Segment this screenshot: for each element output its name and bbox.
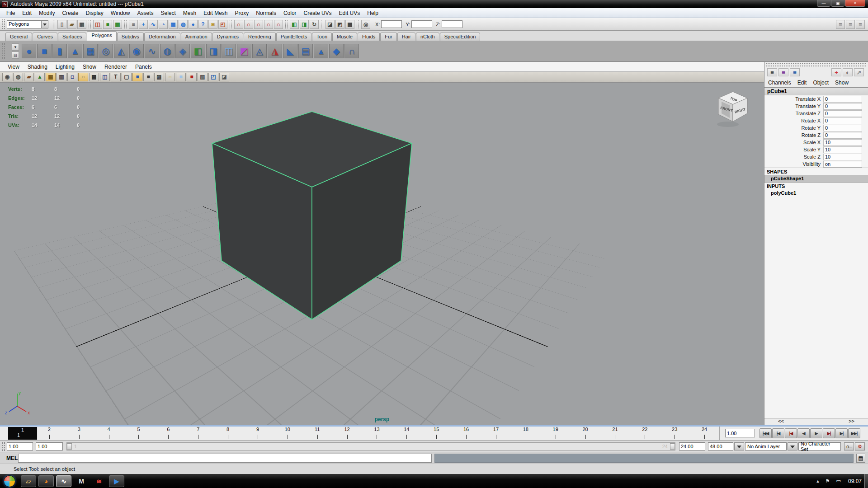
open-scene-icon[interactable]: ▰	[67, 20, 76, 29]
channel-box-menu-item[interactable]: Edit	[797, 80, 807, 86]
poly-helix-icon[interactable]: ∿	[145, 44, 159, 58]
section-separator[interactable]	[89, 20, 91, 28]
smooth-proxy-icon[interactable]: ◧	[191, 44, 205, 58]
selection-mask-handle-icon[interactable]: ≡	[129, 20, 138, 29]
shelf-tab[interactable]: Fur	[380, 33, 397, 41]
lock-selection-icon[interactable]: ◙	[208, 20, 217, 29]
restore-button[interactable]: ▣	[831, 0, 844, 7]
panel-menu-item[interactable]: Renderer	[100, 63, 131, 71]
plugin-shelf-icon[interactable]: ◪	[219, 73, 229, 81]
render-current-frame-icon[interactable]: ◪	[326, 20, 335, 29]
playback-range-bar[interactable]: 1 24	[66, 442, 675, 450]
character-set-dropdown-icon[interactable]	[788, 442, 797, 450]
input-connections-icon[interactable]: ◧	[290, 20, 299, 29]
menu-set-selector[interactable]: Polygons	[7, 20, 48, 28]
channel-attribute-label[interactable]: Visibility	[764, 161, 823, 167]
bookmark-icon[interactable]: ▰	[24, 73, 34, 81]
frame-tick[interactable]: 23	[660, 427, 689, 440]
script-editor-icon[interactable]: ▤	[856, 454, 865, 463]
channel-attribute-value[interactable]: on	[823, 161, 862, 168]
shelf-tab[interactable]: Deformation	[144, 33, 180, 41]
panel-menu-item[interactable]: Show	[79, 63, 100, 71]
panel-menu-item[interactable]: Shading	[24, 63, 52, 71]
section-separator[interactable]	[230, 20, 232, 28]
channel-attribute-label[interactable]: Scale Y	[764, 147, 823, 152]
channel-attribute-value[interactable]: 0	[823, 125, 862, 131]
channel-attribute-value[interactable]: 0	[823, 117, 862, 124]
safe-action-icon[interactable]: ◫	[100, 73, 110, 81]
channel-attribute-label[interactable]: Scale Z	[764, 154, 823, 160]
poly-platonic-solids-icon[interactable]: ◈	[175, 44, 190, 58]
cb-speed-icon[interactable]: ◐	[843, 68, 853, 76]
channel-attribute-value[interactable]: 10	[823, 154, 862, 160]
x-coordinate-input[interactable]	[381, 20, 402, 28]
channel-box-menu-item[interactable]: Show	[835, 80, 849, 86]
menu-item[interactable]: Create	[58, 9, 82, 17]
current-time-field[interactable]	[725, 429, 755, 437]
poly-quadrangulate-icon[interactable]: ▤	[298, 44, 313, 58]
auto-keyframe-icon[interactable]: o–	[844, 442, 854, 450]
section-separator[interactable]	[357, 20, 359, 28]
poly-torus-icon[interactable]: ◎	[99, 44, 113, 58]
input-node-item[interactable]: polyCube1	[764, 189, 868, 197]
perspective-viewport[interactable]: Verts: 8 8 0 Edges: 12 12 0 Faces: 6 6 0	[0, 83, 764, 425]
go-to-end-button[interactable]: ▶▶|	[848, 428, 860, 438]
drag-handle[interactable]	[766, 63, 866, 66]
shelf-tab-switch-icon[interactable]: ▼	[12, 43, 19, 51]
frame-tick[interactable]: 22	[630, 427, 660, 440]
frame-tick[interactable]: 24	[689, 427, 719, 440]
mask-deformations-icon[interactable]: ▦	[169, 20, 178, 29]
tray-expand-icon[interactable]: ▴	[816, 478, 819, 484]
shelf-tab[interactable]: Dynamics	[212, 33, 243, 41]
animation-preferences-icon[interactable]: ⚙	[855, 442, 865, 450]
frame-tick[interactable]: 11	[302, 427, 332, 440]
smooth-shade-icon[interactable]: ■	[132, 73, 142, 81]
z-coordinate-input[interactable]	[442, 20, 462, 28]
panel-menu-item[interactable]: Lighting	[52, 63, 79, 71]
character-set-field[interactable]: No Character Set	[798, 442, 841, 450]
shelf-tab[interactable]: Surfaces	[58, 33, 86, 41]
highlight-selection-icon[interactable]: ◰	[218, 20, 227, 29]
menu-item[interactable]: Assets	[133, 9, 157, 17]
frame-tick[interactable]: 18	[511, 427, 541, 440]
make-live-icon[interactable]: ∩	[274, 20, 283, 29]
frame-tick[interactable]: 16	[451, 427, 481, 440]
menu-item[interactable]: Window	[107, 9, 134, 17]
shelf-tab[interactable]: PaintEffects	[276, 33, 312, 41]
current-frame-indicator[interactable]: 1 1	[8, 427, 38, 440]
mask-surfaces-icon[interactable]: ◔	[159, 20, 168, 29]
cb-manipulator-icon[interactable]: +	[831, 68, 841, 76]
play-backwards-button[interactable]: ◀	[797, 428, 810, 438]
go-to-start-button[interactable]: |◀◀	[760, 428, 772, 438]
frame-tick[interactable]: 3	[64, 427, 94, 440]
poly-bevel-icon[interactable]: ◆	[329, 44, 344, 58]
poly-prism-icon[interactable]: ◭	[114, 44, 128, 58]
frame-tick[interactable]: 20	[571, 427, 600, 440]
cb-layout-narrow-icon[interactable]: ≡	[767, 68, 777, 76]
cb-layout-stacked-icon[interactable]: ≡	[778, 68, 788, 76]
frame-tick[interactable]: 12	[332, 427, 362, 440]
frame-tick[interactable]: 21	[600, 427, 630, 440]
channel-box-menu-item[interactable]: Object	[813, 80, 829, 86]
menu-item[interactable]: File	[3, 9, 19, 17]
menu-item[interactable]: Edit UVs	[335, 9, 364, 17]
poly-mirror-icon[interactable]: ◩	[237, 44, 251, 58]
attribute-editor-toggle-icon[interactable]: ≡	[836, 20, 845, 29]
title-bar[interactable]: ∿ Autodesk Maya 2009 x64 Unlimited: unti…	[0, 0, 868, 8]
poly-booleans-icon[interactable]: ◫	[222, 44, 236, 58]
new-scene-icon[interactable]: ▯	[57, 20, 66, 29]
play-forwards-button[interactable]: ▶	[810, 428, 822, 438]
mel-label[interactable]: MEL	[0, 455, 18, 461]
default-material-icon[interactable]: ■	[187, 73, 197, 81]
taskbar-media-player-icon[interactable]: ▶	[109, 475, 124, 487]
menu-item[interactable]: Help	[363, 9, 382, 17]
animation-start-field[interactable]	[7, 442, 33, 450]
isolate-select-icon[interactable]: ◰	[208, 73, 218, 81]
poly-cube-icon[interactable]: ■	[37, 44, 52, 58]
lights-icon[interactable]: ○	[165, 73, 175, 81]
poly-plane-icon[interactable]: ▦	[83, 44, 98, 58]
safe-title-icon[interactable]: T	[111, 73, 121, 81]
poly-cone-icon[interactable]: ▲	[68, 44, 82, 58]
snap-to-points-icon[interactable]: ∩	[254, 20, 263, 29]
step-back-frame-button[interactable]: |◀	[772, 428, 784, 438]
